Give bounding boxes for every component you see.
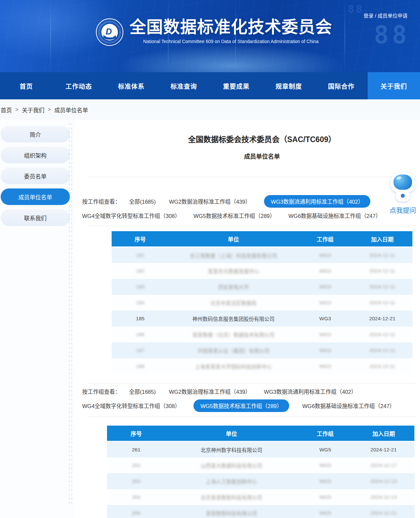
member-unit: 某某数据（北京）数据技术有限公司 (192, 331, 275, 338)
site-title-en: National Technical Committee 609 on Data… (130, 39, 332, 44)
login-member-apply-link[interactable]: 登录 / 成员单位申请 (363, 12, 407, 19)
table-header-row: 序号单位工作组加入日期 (112, 231, 412, 247)
workgroup-filter[interactable]: WG5数据技术标准工作组（289） (193, 212, 275, 220)
column-header: 序号 (107, 426, 165, 441)
workgroup-filter[interactable]: WG2数据治理标准工作组（439） (169, 388, 251, 395)
page-title: 全国数据标委会技术委员会（SAC/TC609） (112, 133, 412, 144)
workgroup-filter[interactable]: WG4全域数字化转型标准工作组（308） (82, 212, 180, 220)
workgroup-filter[interactable]: WG5数据技术标准工作组（289） (193, 399, 289, 412)
nav-item[interactable]: 标准体系 (105, 72, 158, 99)
divider (88, 383, 415, 384)
table-row: 181长三角数据（上海）科技发展有限公司WG32024-12-11 (112, 247, 412, 263)
breadcrumb-separator: > (48, 106, 51, 113)
column-header: 工作组 (297, 426, 353, 441)
divider (88, 417, 415, 417)
column-header: 加入日期 (352, 231, 412, 247)
robot-face (394, 175, 412, 190)
member-join-date: 2024-12-13 (371, 494, 397, 500)
banner-streak (344, 0, 345, 72)
member-workgroup: WG3 (319, 300, 331, 306)
member-join-date: 2024-12-21 (371, 510, 397, 516)
member-unit: 长三角数据（上海）科技发展有限公司 (190, 252, 277, 259)
member-workgroup: WG3 (319, 268, 331, 274)
sidebar-item[interactable]: 委员名单 (1, 168, 70, 184)
column-header: 单位 (165, 426, 297, 441)
tc609-logo: D TC609 (95, 18, 124, 46)
divider (88, 177, 415, 177)
main-panel: 全国数据标委会技术委员会（SAC/TC609） 成员单位名单 按工作组查看：全部… (75, 120, 420, 518)
banner-digits-decoration: 88 (347, 3, 364, 15)
workgroup-filter[interactable]: WG6数据基础设施标准工作组（247） (302, 402, 395, 410)
column-header: 单位 (169, 231, 298, 247)
filter-row: 按工作组查看：全部(1685)WG2数据治理标准工作组（439）WG3数据流通利… (82, 388, 420, 395)
member-no: 184 (136, 300, 144, 306)
sidebar-item[interactable]: 简介 (1, 126, 70, 142)
table-row: 264北京某某数智科技有限公司WG52024-12-13 (107, 489, 414, 505)
breadcrumb-separator: > (15, 106, 19, 113)
nav-item[interactable]: 国际合作 (315, 72, 368, 99)
nav-item[interactable]: 标准查询 (158, 72, 210, 99)
breadcrumb-item[interactable]: 成员单位名单 (54, 106, 88, 114)
nav-item[interactable]: 首页 (0, 72, 53, 99)
member-join-date: 2024-12-11 (369, 268, 395, 274)
logo-letter: D (106, 27, 112, 36)
member-workgroup: WG3 (319, 316, 331, 322)
member-no: 264 (132, 494, 140, 500)
member-no: 263 (132, 478, 140, 484)
table-row: 263上海人工智能创新中心WG52024-12-13 (107, 473, 414, 489)
brand-block: D TC609 全国数据标准化技术委员会 National Technical … (95, 18, 332, 46)
workgroup-filter[interactable]: WG4全域数字化转型标准工作组（308） (82, 402, 180, 410)
member-table-wg5: 序号单位工作组加入日期261北京神州数字科技有限公司WG52024-12-212… (107, 426, 414, 518)
nav-item[interactable]: 关于我们 (368, 72, 420, 99)
filter-row: 按工作组查看：全部(1685)WG2数据治理标准工作组（439）WG3数据流通利… (82, 195, 420, 208)
page-header: 全国数据标委会技术委员会（SAC/TC609） 成员单位名单 (112, 120, 412, 160)
member-join-date: 2024-12-11 (369, 252, 395, 258)
table-row: 188上海某某某大学国际科技创新中心WG32024-12-11 (112, 358, 412, 374)
page-subtitle: 成员单位名单 (112, 152, 412, 160)
workgroup-filter[interactable]: WG6数据基础设施标准工作组（247） (289, 212, 381, 220)
table-row: 262山西某大数据科技有限公司WG52024-12-17 (107, 457, 414, 473)
workgroup-filter[interactable]: WG3数据流通利用标准工作组（402） (264, 195, 371, 208)
member-join-date: 2024-12-11 (369, 347, 395, 353)
member-unit: 上海人工智能创新中心 (206, 478, 257, 485)
table-row: 182某某市大数据发展中心WG32024-12-11 (112, 263, 412, 279)
table-row: 184北京市某淀区数据局WG32024-12-11 (112, 295, 412, 311)
nav-item[interactable]: 重要成果 (210, 72, 263, 99)
member-join-date: 2024-12-11 (369, 284, 395, 290)
member-workgroup: WG5 (319, 478, 331, 484)
sidebar-item[interactable]: 联系我们 (1, 209, 70, 226)
table-row: 187中国某某认证（集团）有限公司WG32024-12-11 (112, 342, 412, 358)
member-no: 187 (136, 347, 144, 353)
workgroup-filter[interactable]: 全部(1685) (129, 388, 156, 395)
sidebar-item[interactable]: 成员单位名单 (1, 188, 70, 205)
member-unit: 上海某某某大学国际科技创新中心 (195, 363, 272, 370)
banner-streak (50, 0, 51, 72)
breadcrumb-item[interactable]: 关于我们 (22, 106, 44, 114)
breadcrumb-item[interactable]: 首页 (1, 106, 12, 114)
assistant-widget[interactable]: 点我提问 (387, 172, 419, 215)
member-table-wg3: 序号单位工作组加入日期181长三角数据（上海）科技发展有限公司WG32024-1… (112, 231, 412, 374)
column-header: 序号 (112, 231, 169, 247)
site-banner: 88 88 登录 / 成员单位申请 D TC609 全国数据标准化技术委员会 N… (0, 0, 420, 72)
workgroup-filter-bar: 按工作组查看：全部(1685)WG2数据治理标准工作组（439）WG3数据流通利… (82, 388, 420, 412)
assistant-label[interactable]: 点我提问 (387, 205, 419, 215)
nav-item[interactable]: 规章制度 (263, 72, 315, 99)
table-row: 261北京神州数字科技有限公司WG52024-12-21 (107, 441, 414, 457)
member-workgroup: WG3 (319, 284, 331, 290)
nav-item[interactable]: 工作动态 (53, 72, 105, 99)
member-workgroup: WG5 (319, 447, 331, 453)
robot-body (396, 191, 410, 201)
member-no: 186 (136, 332, 144, 337)
workgroup-filter[interactable]: WG3数据流通利用标准工作组（402） (264, 388, 357, 395)
sidebar-item[interactable]: 组织架构 (1, 147, 70, 163)
member-join-date: 2024-12-11 (369, 300, 395, 306)
member-no: 183 (136, 284, 144, 290)
member-join-date: 2024-12-21 (369, 316, 395, 322)
workgroup-filter[interactable]: 全部(1685) (129, 197, 156, 205)
member-workgroup: WG3 (319, 252, 331, 258)
workgroup-filter[interactable]: WG2数据治理标准工作组（439） (169, 197, 251, 205)
member-join-date: 2024-12-21 (371, 447, 397, 453)
breadcrumb: 首页>关于我们>成员单位名单 (0, 99, 420, 120)
filter-row: WG4全域数字化转型标准工作组（308）WG5数据技术标准工作组（289）WG6… (82, 212, 420, 220)
sidebar: 简介组织架构委员名单成员单位名单联系我们 (0, 120, 75, 518)
